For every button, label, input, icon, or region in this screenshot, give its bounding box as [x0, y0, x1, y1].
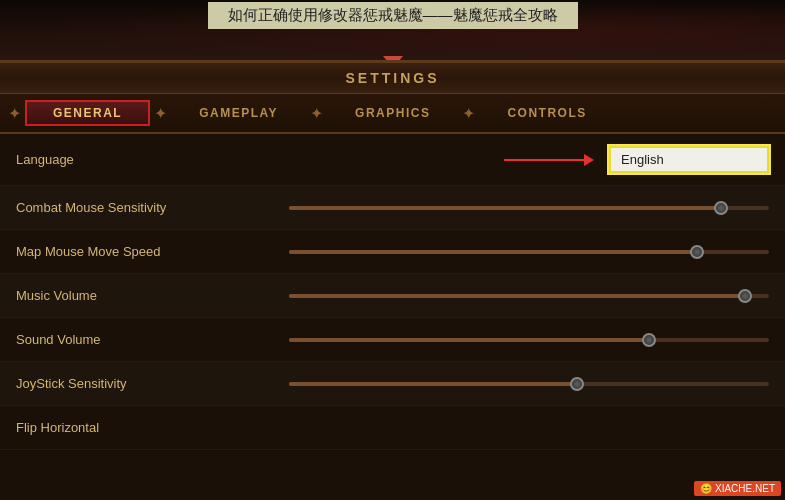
arrow-down-icon — [383, 56, 403, 60]
slider-track — [289, 338, 769, 342]
settings-panel: SETTINGS ✦ GENERAL ✦ GAMEPLAY ✦ GRAPHICS… — [0, 60, 785, 450]
arrow-right-icon — [504, 154, 594, 166]
music-volume-slider[interactable] — [289, 294, 769, 298]
tab-gameplay[interactable]: GAMEPLAY — [171, 100, 306, 126]
joystick-slider[interactable] — [289, 382, 769, 386]
combat-mouse-label: Combat Mouse Sensitivity — [16, 200, 266, 215]
joystick-row: JoyStick Sensitivity — [0, 362, 785, 406]
sound-volume-control — [266, 338, 769, 342]
ornament-4: ✦ — [458, 104, 479, 123]
watermark-site: XIACHE.NET — [715, 483, 775, 494]
tab-bar: ✦ GENERAL ✦ GAMEPLAY ✦ GRAPHICS ✦ CONTRO… — [0, 94, 785, 134]
music-volume-row: Music Volume — [0, 274, 785, 318]
map-mouse-row: Map Mouse Move Speed — [0, 230, 785, 274]
ornament-2: ✦ — [150, 104, 171, 123]
tab-graphics[interactable]: GRAPHICS — [327, 100, 458, 126]
game-banner: 如何正确使用修改器惩戒魅魔——魅魔惩戒全攻略 — [0, 0, 785, 60]
slider-thumb[interactable] — [642, 333, 656, 347]
combat-mouse-row: Combat Mouse Sensitivity — [0, 186, 785, 230]
slider-thumb[interactable] — [738, 289, 752, 303]
slider-track — [289, 206, 769, 210]
slider-thumb[interactable] — [570, 377, 584, 391]
guide-title: 如何正确使用修改器惩戒魅魔——魅魔惩戒全攻略 — [208, 2, 578, 29]
arrow-wrapper: English — [266, 146, 769, 173]
combat-mouse-slider[interactable] — [289, 206, 769, 210]
music-volume-control — [266, 294, 769, 298]
flip-horizontal-label: Flip Horizontal — [16, 420, 266, 435]
sound-volume-label: Sound Volume — [16, 332, 266, 347]
map-mouse-slider[interactable] — [289, 250, 769, 254]
flip-horizontal-row: Flip Horizontal — [0, 406, 785, 450]
slider-thumb[interactable] — [690, 245, 704, 259]
joystick-control — [266, 382, 769, 386]
slider-track — [289, 250, 769, 254]
music-volume-label: Music Volume — [16, 288, 266, 303]
combat-mouse-control — [266, 206, 769, 210]
settings-content: Language English Combat Mouse Sensitivit… — [0, 134, 785, 450]
watermark: 😊 XIACHE.NET — [694, 481, 781, 496]
language-label: Language — [16, 152, 266, 167]
ornament-3: ✦ — [306, 104, 327, 123]
slider-track — [289, 382, 769, 386]
map-mouse-control — [266, 250, 769, 254]
language-dropdown[interactable]: English — [609, 146, 769, 173]
sound-volume-slider[interactable] — [289, 338, 769, 342]
ornament-left-1: ✦ — [4, 104, 25, 123]
language-row: Language English — [0, 134, 785, 186]
tab-general[interactable]: GENERAL — [25, 100, 150, 126]
settings-title-bar: SETTINGS — [0, 62, 785, 94]
tab-controls[interactable]: CONTROLS — [479, 100, 614, 126]
slider-track — [289, 294, 769, 298]
joystick-label: JoyStick Sensitivity — [16, 376, 266, 391]
sound-volume-row: Sound Volume — [0, 318, 785, 362]
watermark-text: 😊 — [700, 483, 715, 494]
slider-thumb[interactable] — [714, 201, 728, 215]
language-control: English — [266, 146, 769, 173]
map-mouse-label: Map Mouse Move Speed — [16, 244, 266, 259]
settings-title: SETTINGS — [345, 70, 439, 86]
